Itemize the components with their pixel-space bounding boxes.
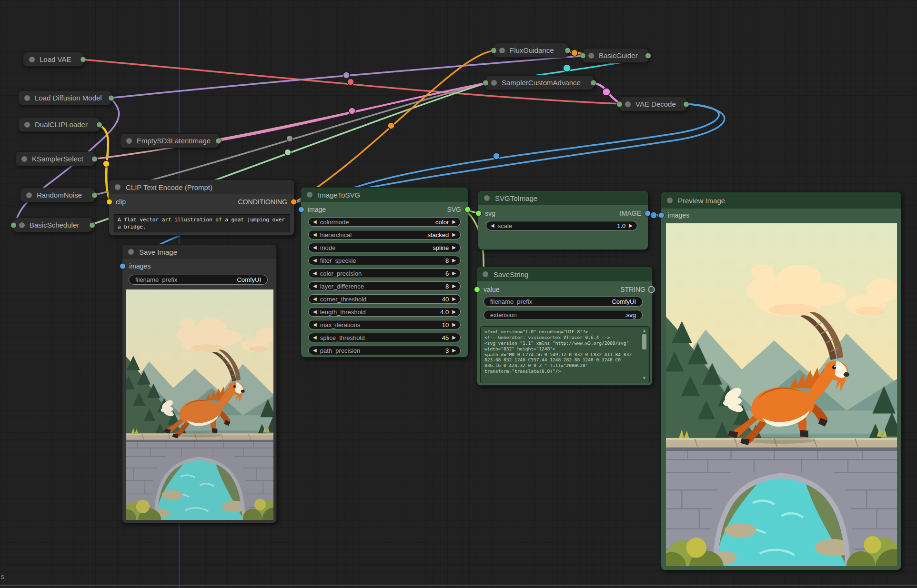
- decrement-arrow-icon[interactable]: ◀: [313, 271, 317, 276]
- collapse-dot-icon[interactable]: [484, 195, 490, 201]
- input-port[interactable]: [483, 80, 489, 86]
- conditioning-output-port[interactable]: [291, 199, 297, 205]
- collapse-dot-icon[interactable]: [483, 271, 488, 277]
- increment-arrow-icon[interactable]: ▶: [452, 232, 456, 237]
- field-extension[interactable]: extension .svg: [484, 310, 643, 320]
- prompt-textarea[interactable]: A flat vector art illustration of a goat…: [114, 214, 290, 232]
- output-port[interactable]: [564, 47, 571, 53]
- node-vae-decode[interactable]: VAE Decode: [619, 97, 687, 111]
- scrollbar-thumb[interactable]: [642, 334, 646, 349]
- output-port[interactable]: [96, 121, 102, 128]
- collapse-dot-icon[interactable]: [625, 101, 631, 107]
- node-sampler-custom-advance[interactable]: SamplerCustomAdvance: [485, 75, 594, 90]
- node-preview-image[interactable]: Preview Image images: [661, 192, 901, 570]
- node-title-bar[interactable]: CLIP Text Encode (Prompt): [109, 180, 294, 194]
- decrement-arrow-icon[interactable]: ◀: [313, 322, 317, 327]
- node-save-image[interactable]: Save Image images filename_prefix ComfyU…: [122, 244, 277, 523]
- input-port[interactable]: [580, 52, 586, 59]
- decrement-arrow-icon[interactable]: ◀: [313, 232, 317, 237]
- svg-input-port[interactable]: [475, 210, 482, 217]
- widget-scale[interactable]: ◀ scale 1.0 ▶: [486, 221, 637, 230]
- widget-layer-difference[interactable]: ◀ layer_difference 8 ▶: [308, 281, 461, 291]
- widget-hierarchical[interactable]: ◀ hierarchical stacked ▶: [308, 230, 461, 239]
- collapse-dot-icon[interactable]: [128, 249, 134, 255]
- scroll-up-icon[interactable]: ▲: [642, 328, 646, 333]
- image-output-port[interactable]: [645, 210, 651, 217]
- collapse-dot-icon[interactable]: [29, 57, 35, 62]
- node-basic-guider[interactable]: BasicGuider: [582, 48, 649, 63]
- node-flux-guidance[interactable]: FluxGuidance: [493, 43, 568, 58]
- increment-arrow-icon[interactable]: ▶: [452, 258, 456, 263]
- node-title-bar[interactable]: SVGToImage: [478, 191, 648, 205]
- widget-max-iterations[interactable]: ◀ max_iterations 10 ▶: [308, 320, 461, 329]
- decrement-arrow-icon[interactable]: ◀: [313, 348, 317, 353]
- collapse-dot-icon[interactable]: [126, 138, 132, 144]
- increment-arrow-icon[interactable]: ▶: [452, 297, 456, 301]
- input-port[interactable]: [491, 47, 497, 53]
- decrement-arrow-icon[interactable]: ◀: [313, 297, 317, 301]
- output-port[interactable]: [215, 138, 222, 144]
- field-filename-prefix[interactable]: filename_prefix ComfyUI: [129, 275, 268, 285]
- increment-arrow-icon[interactable]: ▶: [452, 219, 456, 224]
- image-input-port[interactable]: [298, 207, 304, 213]
- collapse-dot-icon[interactable]: [307, 192, 312, 198]
- collapse-dot-icon[interactable]: [24, 95, 30, 101]
- output-port[interactable]: [108, 95, 114, 101]
- increment-arrow-icon[interactable]: ▶: [452, 245, 456, 250]
- widget-colormode[interactable]: ◀ colormode color ▶: [308, 217, 461, 227]
- value-input-port[interactable]: [474, 287, 480, 293]
- input-port[interactable]: [616, 101, 623, 107]
- decrement-arrow-icon[interactable]: ◀: [313, 245, 317, 250]
- output-port[interactable]: [590, 80, 596, 86]
- svg-output-port[interactable]: [464, 207, 471, 213]
- output-port[interactable]: [80, 56, 86, 62]
- node-dual-clip-loader[interactable]: DualCLIPLoader: [18, 117, 100, 132]
- widget-splice-threshold[interactable]: ◀ splice_threshold 45 ▶: [308, 333, 461, 342]
- decrement-arrow-icon[interactable]: ◀: [313, 335, 317, 340]
- node-random-noise[interactable]: RandomNoise: [20, 188, 95, 202]
- widget-path-precision[interactable]: ◀ path_precision 3 ▶: [308, 346, 461, 355]
- svg-output-textarea[interactable]: <?xml version="1.0" encoding="UTF-8"?> <…: [480, 326, 650, 383]
- images-input-port[interactable]: [658, 212, 665, 219]
- decrement-arrow-icon[interactable]: ◀: [313, 219, 317, 224]
- widget-filter-speckle[interactable]: ◀ filter_speckle 8 ▶: [308, 256, 461, 265]
- collapse-dot-icon[interactable]: [24, 122, 30, 128]
- collapse-dot-icon[interactable]: [21, 156, 27, 162]
- clip-input-port[interactable]: [106, 199, 112, 205]
- collapse-dot-icon[interactable]: [499, 48, 505, 53]
- increment-arrow-icon[interactable]: ▶: [452, 322, 456, 327]
- node-graph-canvas[interactable]: s: [0, 0, 917, 588]
- widget-color-precision[interactable]: ◀ color_precision 6 ▶: [308, 269, 461, 278]
- increment-arrow-icon[interactable]: ▶: [452, 335, 456, 340]
- textarea-scrollbar[interactable]: ▲ ▼: [641, 328, 647, 380]
- node-ksampler-select[interactable]: KSamplerSelect: [15, 151, 95, 166]
- increment-arrow-icon[interactable]: ▶: [452, 348, 456, 353]
- field-filename-prefix[interactable]: filename_prefix ComfyUI: [484, 297, 643, 307]
- collapse-dot-icon[interactable]: [588, 53, 594, 59]
- increment-arrow-icon[interactable]: ▶: [629, 223, 633, 228]
- node-empty-sd3-latent-image[interactable]: EmptySD3LatentImage: [120, 133, 219, 148]
- decrement-arrow-icon[interactable]: ◀: [491, 223, 494, 228]
- node-load-vae[interactable]: Load VAE: [23, 52, 84, 67]
- collapse-dot-icon[interactable]: [26, 192, 32, 198]
- output-port[interactable]: [91, 192, 98, 198]
- increment-arrow-icon[interactable]: ▶: [452, 271, 456, 276]
- widget-corner-threshold[interactable]: ◀ corner_threshold 40 ▶: [308, 294, 461, 304]
- output-port[interactable]: [645, 52, 651, 59]
- collapse-dot-icon[interactable]: [115, 184, 121, 190]
- increment-arrow-icon[interactable]: ▶: [452, 309, 456, 314]
- scroll-down-icon[interactable]: ▼: [642, 376, 646, 380]
- node-basic-scheduler[interactable]: BasicScheduler: [13, 218, 93, 232]
- node-title-bar[interactable]: ImageToSVG: [301, 188, 468, 202]
- increment-arrow-icon[interactable]: ▶: [452, 284, 456, 289]
- collapse-dot-icon[interactable]: [19, 222, 25, 228]
- node-image-to-svg[interactable]: ImageToSVG image SVG ◀ colormode color ▶…: [301, 187, 468, 358]
- decrement-arrow-icon[interactable]: ◀: [313, 309, 317, 314]
- decrement-arrow-icon[interactable]: ◀: [313, 258, 317, 263]
- node-clip-text-encode[interactable]: CLIP Text Encode (Prompt) clip CONDITION…: [109, 179, 294, 236]
- collapse-dot-icon[interactable]: [491, 80, 497, 86]
- node-title-bar[interactable]: Preview Image: [661, 192, 901, 209]
- node-svg-to-image[interactable]: SVGToImage svg IMAGE ◀ scale 1.0 ▶: [478, 190, 648, 250]
- images-input-port[interactable]: [120, 263, 126, 269]
- node-title-bar[interactable]: Save Image: [122, 245, 276, 259]
